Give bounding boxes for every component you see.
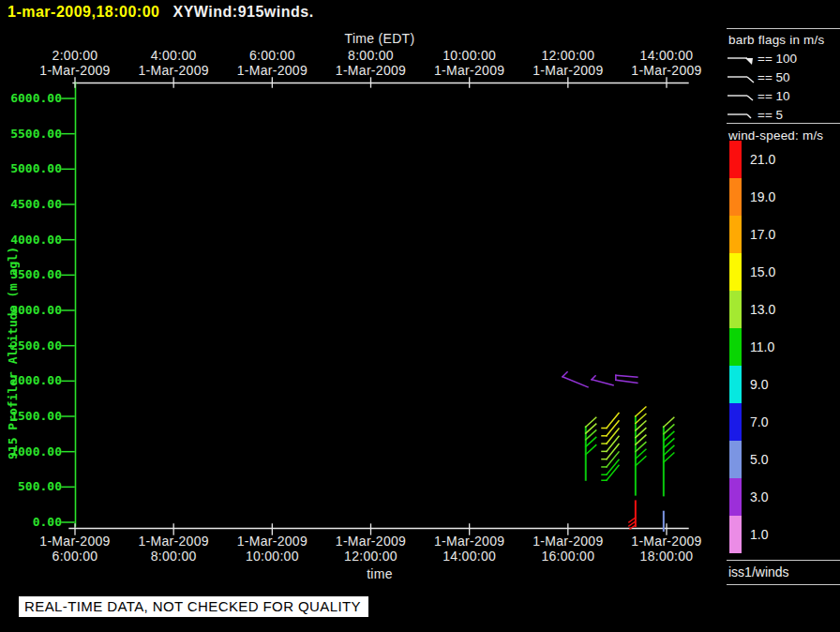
wind-barb: [607, 429, 619, 444]
top-tick-time: 6:00:00: [220, 48, 323, 63]
datasource-label: iss1/winds: [728, 564, 789, 579]
bottom-tick-date: 1-Mar-2009: [220, 534, 323, 549]
legend-divider: [727, 28, 840, 29]
top-tick-time: 10:00:00: [418, 48, 521, 63]
colorbar-swatch: [729, 178, 742, 216]
y-tick-label: 5500.00: [0, 127, 62, 141]
barb-flag-row: == 5: [728, 107, 783, 122]
colorbar-swatch: [729, 141, 742, 178]
colorbar-label: 7.0: [750, 414, 806, 429]
colorbar-swatch: [729, 478, 742, 516]
barb-flag-row: == 10: [728, 88, 790, 103]
legend-divider: [727, 560, 840, 561]
top-tick-date: 1-Mar-2009: [517, 63, 620, 78]
colorbar-title: wind-speed: m/s: [728, 128, 823, 143]
y-tick-label: 5000.00: [0, 161, 62, 175]
legend-divider: [727, 584, 840, 585]
wind-barb: [592, 376, 595, 380]
status-bar: REAL-TIME DATA, NOT CHECKED FOR QUALITY: [19, 596, 368, 617]
colorbar-label: 5.0: [750, 452, 806, 467]
wind-barb: [607, 452, 619, 467]
y-tick-label: 3000.00: [0, 303, 62, 317]
bottom-tick-time: 14:00:00: [418, 549, 521, 564]
barb-long-icon: [728, 70, 755, 84]
barb-flag-label: == 50: [758, 70, 790, 84]
bottom-tick-date: 1-Mar-2009: [517, 534, 620, 549]
colorbar-label: 17.0: [750, 227, 806, 242]
bottom-tick-time: 12:00:00: [320, 549, 423, 564]
top-tick-time: 12:00:00: [517, 48, 620, 63]
colorbar-swatch: [729, 216, 742, 253]
wind-barb-feather: [586, 445, 596, 455]
wind-barb: [607, 444, 619, 459]
barb-flag-label: == 5: [758, 108, 783, 122]
colorbar-label: 9.0: [750, 377, 806, 392]
bottom-tick-date: 1-Mar-2009: [122, 534, 225, 549]
colorbar-swatch: [729, 253, 742, 291]
bottom-tick-date: 1-Mar-2009: [418, 534, 521, 549]
barb-half-icon: [728, 108, 755, 122]
y-tick-label: 6000.00: [0, 91, 62, 105]
top-tick-date: 1-Mar-2009: [23, 63, 127, 78]
wind-barb: [592, 380, 613, 385]
y-tick-label: 4500.00: [0, 197, 62, 211]
barb-full-icon: [728, 89, 755, 103]
wind-barb: [562, 377, 588, 387]
top-tick-time: 8:00:00: [320, 48, 423, 63]
top-tick-time: 4:00:00: [122, 48, 225, 63]
colorbar-swatch: [729, 441, 742, 478]
bottom-tick-date: 1-Mar-2009: [615, 534, 718, 549]
wind-barb: [616, 380, 638, 383]
colorbar-label: 15.0: [750, 264, 806, 279]
colorbar-label: 1.0: [750, 527, 806, 542]
wind-barb: [607, 414, 619, 429]
y-tick-label: 3500.00: [0, 267, 62, 281]
top-tick-date: 1-Mar-2009: [615, 63, 718, 78]
colorbar-swatch: [729, 366, 742, 403]
wind-barb: [607, 421, 619, 436]
y-tick-label: 4000.00: [0, 233, 62, 247]
barb-flag-label: == 10: [758, 89, 790, 103]
y-tick-label: 2000.00: [0, 373, 62, 387]
pennant-filled-icon: [728, 52, 755, 66]
wind-barb: [607, 436, 619, 451]
top-tick-date: 1-Mar-2009: [122, 63, 225, 78]
barb-flags-title: barb flags in m/s: [728, 33, 824, 47]
bottom-tick-time: 18:00:00: [615, 549, 718, 564]
bottom-tick-time: 16:00:00: [517, 549, 620, 564]
colorbar-label: 19.0: [750, 189, 806, 204]
y-tick-label: 2500.00: [0, 339, 62, 353]
wind-barb: [616, 375, 638, 377]
barb-flag-row: == 100: [728, 51, 797, 66]
bottom-tick-date: 1-Mar-2009: [23, 534, 127, 549]
y-tick-label: 500.00: [0, 479, 62, 493]
barb-flag-row: == 50: [728, 69, 790, 84]
colorbar-swatch: [729, 403, 742, 441]
bottom-tick-time: 6:00:00: [23, 549, 127, 564]
top-tick-time: 14:00:00: [615, 48, 718, 63]
top-tick-date: 1-Mar-2009: [220, 63, 323, 78]
top-tick-date: 1-Mar-2009: [418, 63, 521, 78]
colorbar-label: 21.0: [750, 152, 806, 167]
legend-divider: [727, 123, 840, 124]
colorbar-label: 13.0: [750, 302, 806, 317]
barb-flag-label: == 100: [758, 52, 797, 66]
wind-barb: [562, 372, 567, 377]
y-tick-label: 0.00: [0, 515, 62, 529]
y-tick-label: 1500.00: [0, 409, 62, 423]
colorbar-swatch: [729, 328, 742, 366]
app-window: 1-mar-2009,18:00:00 XYWind:915winds. Tim…: [0, 0, 840, 632]
colorbar-label: 3.0: [750, 489, 806, 504]
colorbar-swatch: [729, 291, 742, 328]
bottom-tick-time: 10:00:00: [220, 549, 323, 564]
colorbar-swatch: [729, 516, 742, 553]
bottom-tick-time: 8:00:00: [122, 549, 225, 564]
colorbar-label: 11.0: [750, 339, 806, 354]
y-tick-label: 1000.00: [0, 444, 62, 459]
bottom-tick-date: 1-Mar-2009: [320, 534, 423, 549]
top-tick-date: 1-Mar-2009: [320, 63, 423, 78]
top-tick-time: 2:00:00: [23, 48, 127, 63]
